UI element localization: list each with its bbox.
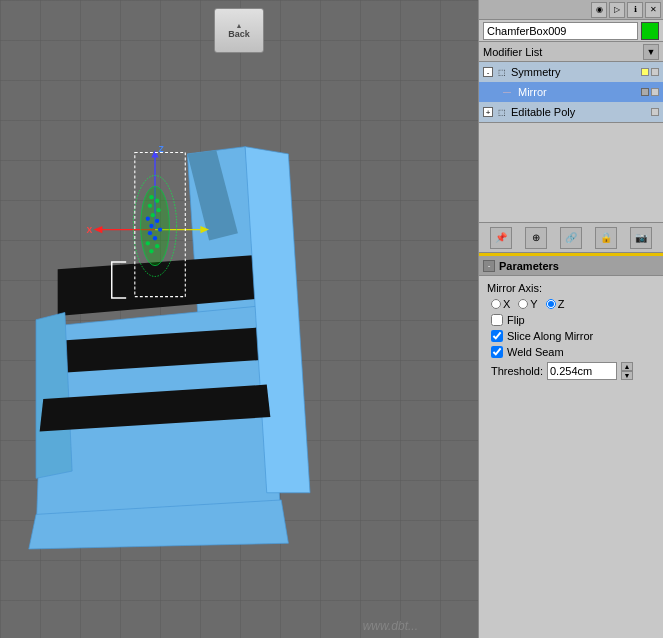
svg-point-26	[149, 224, 153, 228]
expand-editable-poly[interactable]: +	[483, 107, 493, 117]
threshold-spinner: ▲ ▼	[621, 362, 633, 380]
editable-poly-dot	[651, 108, 659, 116]
modifier-editable-poly-label: Editable Poly	[511, 106, 575, 118]
axis-x-option[interactable]: X	[491, 298, 510, 310]
axis-y-label: Y	[530, 298, 537, 310]
symmetry-icon: ⬚	[496, 66, 508, 78]
toolbar-icon-2[interactable]: ▷	[609, 2, 625, 18]
symmetry-light	[641, 68, 649, 76]
spinner-down[interactable]: ▼	[621, 371, 633, 380]
slice-along-mirror-row: Slice Along Mirror	[491, 330, 655, 342]
svg-point-27	[158, 227, 162, 231]
params-body: Mirror Axis: X Y Z	[479, 276, 663, 386]
axis-z-radio[interactable]	[546, 299, 556, 309]
svg-point-19	[149, 195, 153, 199]
modifier-list-bar: Modifier List ▼	[479, 42, 663, 62]
modifier-item-symmetry[interactable]: - ⬚ Symmetry	[479, 62, 663, 82]
svg-point-21	[148, 204, 152, 208]
color-swatch[interactable]	[641, 22, 659, 40]
mirror-dot	[651, 88, 659, 96]
flip-row: Flip	[491, 314, 655, 326]
svg-point-32	[149, 249, 153, 253]
svg-point-28	[148, 231, 152, 235]
threshold-input[interactable]	[547, 362, 617, 380]
svg-point-29	[153, 236, 157, 240]
axis-x-radio[interactable]	[491, 299, 501, 309]
transform-icon[interactable]: ⊕	[525, 227, 547, 249]
weld-seam-row: Weld Seam	[491, 346, 655, 358]
viewport-scene: Z X	[0, 0, 478, 638]
svg-point-23	[151, 213, 155, 217]
modifier-bottom-toolbar: 📌 ⊕ 🔗 🔒 📷	[479, 223, 663, 253]
flip-label: Flip	[507, 314, 525, 326]
svg-text:X: X	[87, 225, 93, 235]
threshold-label: Threshold:	[491, 365, 543, 377]
svg-point-25	[155, 219, 159, 223]
axis-z-label: Z	[558, 298, 565, 310]
link-icon[interactable]: 🔗	[560, 227, 582, 249]
axis-y-radio[interactable]	[518, 299, 528, 309]
toolbar-icon-1[interactable]: ◉	[591, 2, 607, 18]
parameters-header: - Parameters	[479, 256, 663, 276]
modifier-list-label: Modifier List	[483, 46, 643, 58]
modifier-symmetry-label: Symmetry	[511, 66, 561, 78]
modifier-mirror-label: Mirror	[518, 86, 547, 98]
weld-seam-checkbox[interactable]	[491, 346, 503, 358]
pin-icon[interactable]: 📌	[490, 227, 512, 249]
mirror-light	[641, 88, 649, 96]
modifier-item-mirror[interactable]: Mirror	[479, 82, 663, 102]
toolbar-icon-info[interactable]: ℹ	[627, 2, 643, 18]
svg-point-18	[141, 186, 170, 265]
slice-along-mirror-checkbox[interactable]	[491, 330, 503, 342]
weld-seam-label: Weld Seam	[507, 346, 564, 358]
expand-symmetry[interactable]: -	[483, 67, 493, 77]
watermark: www.dbt...	[363, 619, 418, 633]
submenu-line	[503, 92, 511, 93]
symmetry-dot	[651, 68, 659, 76]
svg-marker-10	[151, 150, 158, 157]
svg-marker-13	[94, 226, 103, 233]
modifier-item-editable-poly[interactable]: + ⬚ Editable Poly	[479, 102, 663, 122]
flip-checkbox[interactable]	[491, 314, 503, 326]
modifier-empty-area	[479, 123, 663, 223]
toolbar-icon-close[interactable]: ✕	[645, 2, 661, 18]
camera-icon[interactable]: 📷	[630, 227, 652, 249]
threshold-row: Threshold: ▲ ▼	[491, 362, 655, 380]
axis-x-label: X	[503, 298, 510, 310]
editable-poly-icon: ⬚	[496, 106, 508, 118]
axis-z-option[interactable]: Z	[546, 298, 565, 310]
svg-point-20	[155, 199, 159, 203]
top-toolbar: ◉ ▷ ℹ ✕	[479, 0, 663, 20]
params-title: Parameters	[499, 260, 559, 272]
mirror-axis-label: Mirror Axis:	[487, 282, 655, 294]
axis-y-option[interactable]: Y	[518, 298, 537, 310]
spinner-up[interactable]: ▲	[621, 362, 633, 371]
object-name-bar	[479, 20, 663, 42]
svg-point-22	[156, 208, 160, 212]
modifier-stack: - ⬚ Symmetry Mirror + ⬚	[479, 62, 663, 123]
modifier-list-dropdown[interactable]: ▼	[643, 44, 659, 60]
svg-point-30	[146, 241, 150, 245]
parameters-panel: - Parameters Mirror Axis: X Y	[479, 256, 663, 638]
main-container: ▲ Back Z	[0, 0, 663, 638]
svg-point-31	[155, 244, 159, 248]
params-collapse-btn[interactable]: -	[483, 260, 495, 272]
axis-radio-row: X Y Z	[491, 298, 655, 310]
slice-along-mirror-label: Slice Along Mirror	[507, 330, 593, 342]
right-panel: ◉ ▷ ℹ ✕ Modifier List ▼ - ⬚ Symmetry	[478, 0, 663, 638]
viewport: ▲ Back Z	[0, 0, 478, 638]
svg-point-24	[146, 217, 150, 221]
object-name-input[interactable]	[483, 22, 638, 40]
lock-icon[interactable]: 🔒	[595, 227, 617, 249]
